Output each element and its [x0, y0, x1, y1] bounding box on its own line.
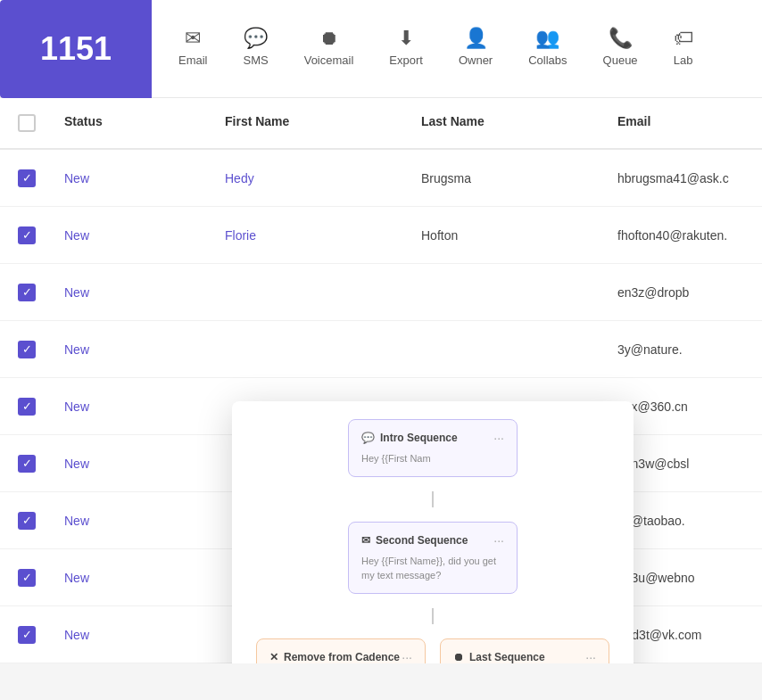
- intro-sequence-body: Hey {{First Nam: [361, 452, 504, 465]
- row-checkbox[interactable]: ✓: [0, 614, 54, 656]
- row-checkbox[interactable]: ✓: [0, 328, 54, 371]
- flow-card-remove-title: ✕ Remove from Cadence: [269, 651, 400, 663]
- row-checkbox[interactable]: ✓: [0, 499, 54, 542]
- nav-email-label: Email: [178, 54, 208, 67]
- flow-card-last-header: ⏺ Last Sequence ···: [453, 650, 596, 663]
- flow-row-second: ✉ Second Sequence ··· Hey {{First Name}}…: [250, 522, 616, 594]
- row-checkbox[interactable]: ✓: [0, 442, 54, 485]
- second-sequence-icon: ✉: [361, 534, 370, 547]
- nav-lab[interactable]: 🏷 Lab: [656, 0, 711, 97]
- checked-icon[interactable]: ✓: [18, 626, 36, 644]
- intro-sequence-icon: 💬: [361, 432, 375, 444]
- flow-card-last[interactable]: ⏺ Last Sequence ··· VM drop: [440, 638, 609, 663]
- lab-icon: 🏷: [674, 29, 693, 48]
- col-email: Email: [607, 109, 762, 137]
- second-menu-icon[interactable]: ···: [493, 533, 504, 548]
- checked-icon[interactable]: ✓: [18, 284, 36, 301]
- second-sequence-body: Hey {{First Name}}, did you get my text …: [361, 555, 504, 582]
- email-icon: ✉: [185, 29, 201, 48]
- row-checkbox[interactable]: ✓: [0, 556, 54, 599]
- col-first-name: First Name: [214, 109, 410, 137]
- nav-sms-label: SMS: [244, 54, 269, 67]
- checked-icon[interactable]: ✓: [18, 341, 36, 358]
- flow-card-intro[interactable]: 💬 Intro Sequence ··· Hey {{First Nam: [348, 419, 518, 477]
- checked-icon[interactable]: ✓: [18, 398, 36, 416]
- header-nav: ✉ Email 💬 SMS ⏺ Voicemail ⬇ Export 👤 Own…: [152, 0, 720, 97]
- nav-lab-label: Lab: [674, 54, 693, 67]
- status-badge: New: [54, 216, 214, 255]
- checked-icon[interactable]: ✓: [18, 226, 36, 244]
- email: 3y@nature.: [607, 330, 762, 369]
- checked-icon[interactable]: ✓: [18, 169, 36, 187]
- remove-icon: ✕: [269, 651, 278, 663]
- nav-owner[interactable]: 👤 Owner: [441, 0, 510, 97]
- owner-icon: 👤: [464, 29, 488, 48]
- status-badge: New: [54, 558, 214, 597]
- col-status: Status: [54, 109, 214, 137]
- nav-sms[interactable]: 💬 SMS: [226, 0, 286, 97]
- nav-voicemail-label: Voicemail: [304, 54, 354, 67]
- checked-icon[interactable]: ✓: [18, 455, 36, 473]
- nav-queue[interactable]: 📞 Queue: [585, 0, 656, 97]
- last-menu-icon[interactable]: ···: [585, 650, 596, 663]
- last-sequence-icon: ⏺: [453, 651, 464, 663]
- sms-icon: 💬: [244, 29, 268, 48]
- last-name: Hofton: [410, 216, 607, 255]
- nav-queue-label: Queue: [603, 54, 638, 67]
- intro-menu-icon[interactable]: ···: [493, 431, 504, 445]
- flow-overlay: 💬 Intro Sequence ··· Hey {{First Nam ✉ S…: [232, 401, 634, 663]
- status-badge: New: [54, 387, 214, 426]
- col-checkbox[interactable]: [0, 109, 54, 137]
- table-container: Status First Name Last Name Email ✓ New …: [0, 98, 762, 663]
- connector-2: [250, 608, 616, 624]
- remove-label: Remove from Cadence: [284, 651, 400, 663]
- email: en3z@dropb: [607, 273, 762, 312]
- nav-collabs[interactable]: 👥 Collabs: [510, 0, 584, 97]
- first-name: Florie: [214, 216, 410, 255]
- voicemail-icon: ⏺: [319, 29, 339, 48]
- intro-sequence-label: Intro Sequence: [380, 432, 458, 444]
- status-badge: New: [54, 330, 214, 369]
- last-sequence-label: Last Sequence: [469, 651, 545, 663]
- status-badge: New: [54, 273, 214, 312]
- email: hbrugsma41@ask.c: [607, 159, 762, 198]
- row-checkbox[interactable]: ✓: [0, 157, 54, 200]
- flow-card-second-title: ✉ Second Sequence: [361, 534, 468, 547]
- email: fhofton40@rakuten.: [607, 216, 762, 255]
- flow-card-remove[interactable]: ✕ Remove from Cadence ··· Event: linkCli…: [256, 638, 426, 663]
- status-badge: New: [54, 159, 214, 198]
- nav-export[interactable]: ⬇ Export: [371, 0, 441, 97]
- flow-card-last-title: ⏺ Last Sequence: [453, 651, 545, 663]
- flow-card-second[interactable]: ✉ Second Sequence ··· Hey {{First Name}}…: [348, 522, 518, 594]
- first-name: Hedy: [214, 159, 410, 198]
- badge-count: 1151: [0, 0, 152, 98]
- queue-icon: 📞: [609, 29, 633, 48]
- header: 1151 ✉ Email 💬 SMS ⏺ Voicemail ⬇ Export …: [0, 0, 762, 98]
- status-badge: New: [54, 615, 214, 655]
- row-checkbox[interactable]: ✓: [0, 214, 54, 257]
- nav-export-label: Export: [389, 54, 423, 67]
- last-name: [410, 280, 607, 305]
- nav-voicemail[interactable]: ⏺ Voicemail: [286, 0, 372, 97]
- table-row: ✓ New Hedy Brugsma hbrugsma41@ask.c: [0, 150, 762, 207]
- flow-row-split: ✕ Remove from Cadence ··· Event: linkCli…: [250, 638, 616, 663]
- select-all-checkbox[interactable]: [18, 114, 36, 132]
- flow-card-remove-header: ✕ Remove from Cadence ···: [269, 650, 412, 663]
- connector-line: [432, 491, 434, 507]
- row-checkbox[interactable]: ✓: [0, 271, 54, 314]
- nav-email[interactable]: ✉ Email: [161, 0, 226, 97]
- connector-1: [250, 491, 616, 507]
- second-sequence-label: Second Sequence: [376, 534, 468, 547]
- nav-collabs-label: Collabs: [528, 54, 567, 67]
- table-row: ✓ New Florie Hofton fhofton40@rakuten.: [0, 207, 762, 264]
- status-badge: New: [54, 501, 214, 540]
- row-checkbox[interactable]: ✓: [0, 385, 54, 428]
- nav-owner-label: Owner: [459, 54, 493, 67]
- col-last-name: Last Name: [410, 109, 607, 137]
- table-header: Status First Name Last Name Email: [0, 98, 762, 150]
- last-name: [410, 337, 607, 362]
- checked-icon[interactable]: ✓: [18, 512, 36, 530]
- first-name: [214, 337, 410, 362]
- checked-icon[interactable]: ✓: [18, 569, 36, 587]
- remove-menu-icon[interactable]: ···: [402, 650, 412, 663]
